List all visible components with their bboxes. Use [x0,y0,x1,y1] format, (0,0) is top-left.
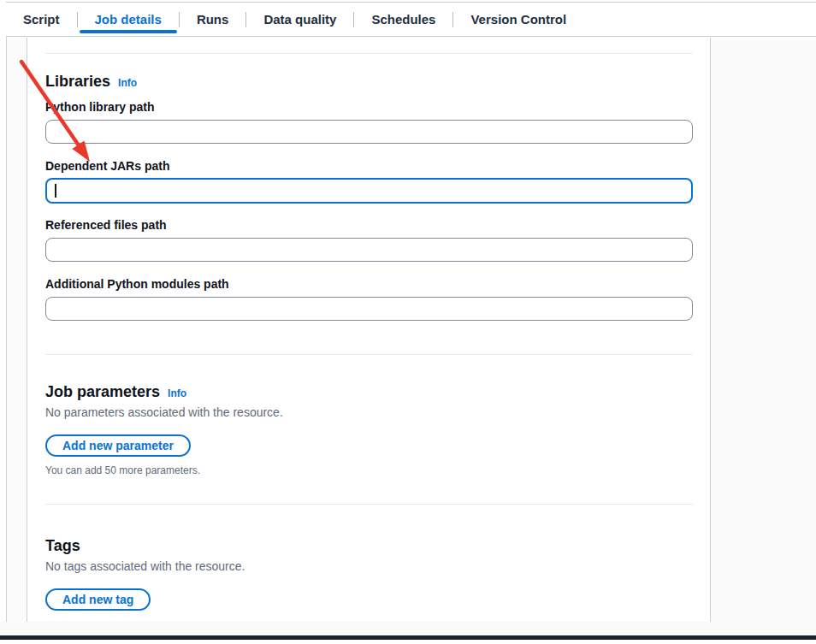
add-new-parameter-button[interactable]: Add new parameter [45,434,191,457]
additional-python-modules-path-input[interactable] [45,297,693,321]
dependent-jars-path-input[interactable] [45,178,693,204]
add-new-tag-button[interactable]: Add new tag [45,588,151,611]
libraries-info-link[interactable]: Info [118,77,137,89]
section-divider [45,504,693,505]
tab-job-details[interactable]: Job details [78,3,179,36]
libraries-heading-row: Libraries Info [45,72,693,91]
job-details-form-panel: Libraries Info Python library path Depen… [27,38,711,622]
window-bottom-bar [0,635,816,640]
job-parameters-info-link[interactable]: Info [168,387,186,399]
python-library-path-label: Python library path [45,101,693,113]
tab-bar: Script Job details Runs Data quality Sch… [6,2,816,37]
tab-schedules[interactable]: Schedules [354,3,452,36]
tags-empty-message: No tags associated with the resource. [45,558,693,574]
referenced-files-path-label: Referenced files path [45,219,693,231]
python-library-path-row [45,119,693,145]
text-cursor [55,184,56,198]
dependent-jars-path-label: Dependent JARs path [45,160,693,172]
page: Script Job details Runs Data quality Sch… [0,0,816,644]
tab-runs[interactable]: Runs [180,3,246,36]
dependent-jars-path-row [45,178,693,204]
tags-heading-row: Tags [45,536,693,555]
tab-data-quality[interactable]: Data quality [246,3,353,36]
tab-script[interactable]: Script [6,3,77,36]
tab-version-control[interactable]: Version Control [453,3,583,36]
bottom-strip [0,622,816,635]
tags-section-title: Tags [45,536,80,555]
additional-python-modules-path-row [45,296,693,322]
section-divider [45,53,693,54]
right-gutter [711,38,816,622]
referenced-files-path-input[interactable] [45,238,693,262]
section-divider [45,354,693,355]
left-gutter [7,38,27,622]
additional-python-modules-path-label: Additional Python modules path [45,278,693,290]
referenced-files-path-row [45,237,693,263]
job-parameters-empty-message: No parameters associated with the resour… [45,405,693,420]
job-parameters-heading-row: Job parameters Info [45,382,693,401]
libraries-section-title: Libraries [45,72,110,91]
python-library-path-input[interactable] [45,120,693,144]
job-parameters-hint: You can add 50 more parameters. [45,464,693,476]
job-parameters-section-title: Job parameters [45,382,160,401]
